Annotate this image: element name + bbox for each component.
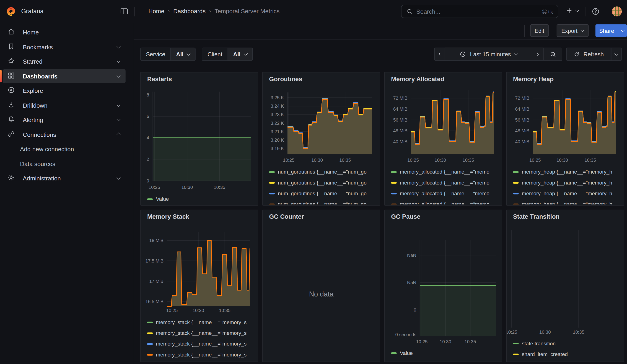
svg-text:NaN: NaN [407, 280, 416, 285]
search-placeholder: Search... [416, 8, 538, 15]
sidebar-toggle-icon[interactable] [119, 7, 129, 16]
svg-text:56 MiB: 56 MiB [393, 117, 408, 122]
legend-label: memory_heap {__name__="memory_h [522, 169, 612, 175]
svg-text:10:30: 10:30 [312, 157, 323, 163]
refresh-interval-dropdown[interactable] [611, 48, 622, 61]
legend-item[interactable]: memory_heap {__name__="memory_h [513, 199, 623, 205]
time-zoom-out-button[interactable] [543, 48, 562, 61]
legend-item[interactable]: Value [391, 348, 501, 358]
legend-label: num_goroutines {__name__="num_go [278, 179, 367, 185]
chart-gc-pause[interactable]: NaNNaN00 seconds10:2510:3010:35 [385, 210, 502, 362]
svg-text:10:30: 10:30 [435, 157, 446, 163]
svg-text:10:25: 10:25 [407, 157, 418, 163]
sidebar-item-label: Alerting [23, 116, 117, 123]
svg-text:48 MiB: 48 MiB [393, 128, 408, 133]
legend-item[interactable]: num_goroutines {__name__="num_go [269, 166, 379, 177]
breadcrumb-home[interactable]: Home [149, 7, 164, 14]
sidebar-item-drilldown[interactable]: Drilldown [3, 98, 125, 112]
new-button[interactable] [566, 7, 579, 14]
legend-swatch [513, 343, 519, 344]
legend-label: num_goroutines {__name__="num_go [278, 201, 367, 204]
legend: Value [147, 194, 257, 204]
refresh-label: Refresh [583, 51, 604, 57]
legend-item[interactable]: memory_allocated {__name__="memo [391, 166, 501, 177]
chevron-down-icon[interactable] [116, 73, 120, 77]
legend-item[interactable]: Value [147, 194, 257, 204]
breadcrumb-separator: › [168, 8, 170, 14]
sidebar-item-home[interactable]: Home [3, 25, 125, 39]
svg-text:4: 4 [147, 135, 149, 140]
export-button[interactable]: Export [557, 24, 588, 37]
sidebar-item-bookmarks[interactable]: Bookmarks [3, 40, 125, 54]
legend-item[interactable]: memory_allocated {__name__="memo [391, 199, 501, 205]
legend-item[interactable]: memory_stack {__name__="memory_s [147, 317, 257, 327]
bookmark-icon [7, 42, 15, 51]
legend-item[interactable]: num_goroutines {__name__="num_go [269, 199, 379, 205]
legend-swatch [147, 343, 153, 345]
chevron-up-icon[interactable] [116, 133, 120, 136]
legend-item[interactable]: memory_allocated {__name__="memo [391, 177, 501, 188]
dashboard-toolbar: Edit Export Share [134, 23, 627, 40]
sidebar-item-alerting[interactable]: Alerting [3, 113, 125, 127]
legend-swatch [269, 193, 275, 194]
legend: memory_heap {__name__="memory_hmemory_he… [513, 166, 623, 205]
legend-item[interactable]: shard_item_created [513, 349, 623, 360]
legend-item[interactable]: memory_heap {__name__="memory_h [513, 166, 623, 177]
service-filter-value[interactable]: All [171, 48, 195, 60]
legend-item[interactable]: memory_stack {__name__="memory_s [147, 327, 257, 338]
chevron-down-icon[interactable] [116, 103, 120, 106]
legend-item[interactable]: memory_stack {__name__="memory_s [147, 338, 257, 349]
sidebar-item-administration[interactable]: Administration [3, 171, 125, 185]
legend-item[interactable]: state transition [513, 338, 623, 349]
time-controls: Last 15 minutes [434, 48, 562, 61]
legend-item[interactable]: num_goroutines {__name__="num_go [269, 177, 379, 188]
time-range-picker[interactable]: Last 15 minutes [445, 48, 532, 61]
share-button[interactable]: Share [595, 24, 618, 37]
legend-item[interactable]: memory_stack {__name__="memory_s [147, 349, 257, 360]
legend-label: shard_item_created [522, 351, 568, 357]
search-icon [406, 8, 413, 15]
legend-item[interactable]: memory_heap {__name__="memory_h [513, 177, 623, 188]
legend-label: memory_stack {__name__="memory_s [156, 352, 247, 358]
sidebar-item-label: Dashboards [23, 73, 117, 79]
client-filter-value[interactable]: All [228, 48, 252, 60]
svg-text:3.21 K: 3.21 K [271, 129, 284, 134]
legend-item[interactable]: memory_heap {__name__="memory_h [513, 188, 623, 199]
chart-restarts[interactable]: 0246810:2510:3010:35 [141, 72, 258, 206]
sidebar-item-data-sources[interactable]: Data sources [3, 157, 125, 171]
search-input[interactable]: Search... ⌘+k [401, 5, 558, 18]
svg-text:10:30: 10:30 [440, 339, 451, 344]
sidebar-item-dashboards[interactable]: Dashboards [3, 69, 125, 83]
user-avatar[interactable] [612, 6, 622, 16]
bell-icon [7, 115, 15, 124]
legend-item[interactable]: num_goroutines {__name__="num_go [269, 188, 379, 199]
grafana-logo-icon[interactable] [6, 6, 17, 17]
breadcrumb-separator: › [209, 8, 211, 14]
grafana-app: Grafana Home › Dashboards › Temporal Ser… [0, 0, 627, 364]
chevron-down-icon[interactable] [116, 44, 120, 48]
sidebar-item-explore[interactable]: Explore [3, 84, 125, 98]
chevron-down-icon[interactable] [116, 117, 120, 121]
search-shortcut: ⌘+k [542, 8, 553, 15]
share-dropdown-button[interactable] [618, 24, 627, 37]
sidebar-item-add-new-connection[interactable]: Add new connection [3, 142, 125, 156]
svg-text:3.22 K: 3.22 K [271, 121, 284, 126]
chevron-down-icon[interactable] [116, 59, 120, 63]
svg-text:72 MiB: 72 MiB [393, 96, 408, 101]
time-shift-forward-button[interactable] [532, 48, 543, 61]
panel-title[interactable]: GC Counter [269, 213, 304, 220]
sidebar-item-starred[interactable]: Starred [3, 54, 125, 68]
breadcrumb-dashboards[interactable]: Dashboards [173, 7, 206, 14]
chevron-down-icon[interactable] [116, 176, 120, 179]
svg-text:0: 0 [147, 178, 149, 183]
zoom-out-icon [549, 51, 557, 58]
legend-item[interactable]: memory_allocated {__name__="memo [391, 188, 501, 199]
svg-text:2: 2 [147, 157, 149, 162]
svg-text:72 MiB: 72 MiB [515, 96, 529, 101]
refresh-button[interactable]: Refresh [566, 48, 611, 61]
sidebar-item-connections[interactable]: Connections [3, 127, 125, 141]
help-icon[interactable] [591, 7, 600, 16]
edit-button[interactable]: Edit [530, 24, 549, 37]
time-shift-back-button[interactable] [434, 48, 445, 61]
link-icon [7, 130, 15, 139]
